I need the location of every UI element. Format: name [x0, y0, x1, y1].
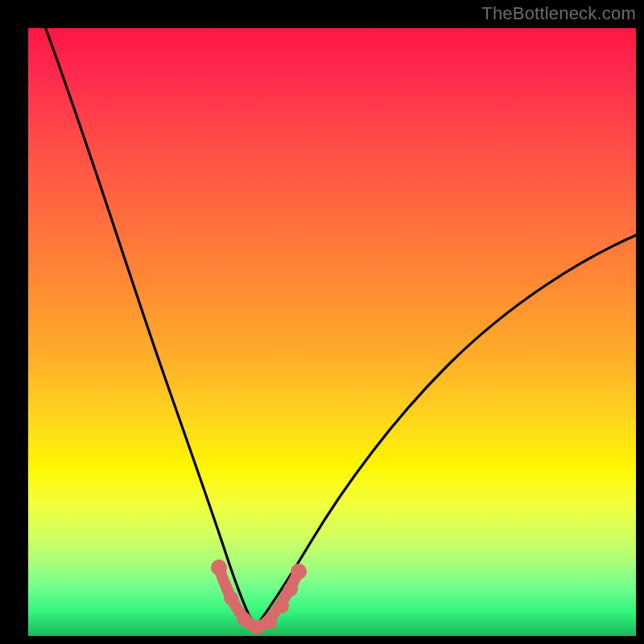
curve-left	[43, 20, 255, 628]
highlight-dot	[237, 612, 251, 626]
watermark-text: TheBottleneck.com	[481, 3, 636, 24]
highlight-dot	[211, 559, 227, 576]
highlight-dot	[224, 591, 238, 605]
highlight-dot	[262, 615, 277, 630]
curve-right	[255, 233, 640, 628]
highlight-dot	[275, 599, 289, 613]
highlight-dot	[283, 582, 298, 597]
curve-layer	[28, 28, 636, 636]
chart-frame: TheBottleneck.com	[0, 0, 644, 644]
highlight-dot	[250, 620, 264, 634]
highlight-dot	[291, 564, 307, 580]
